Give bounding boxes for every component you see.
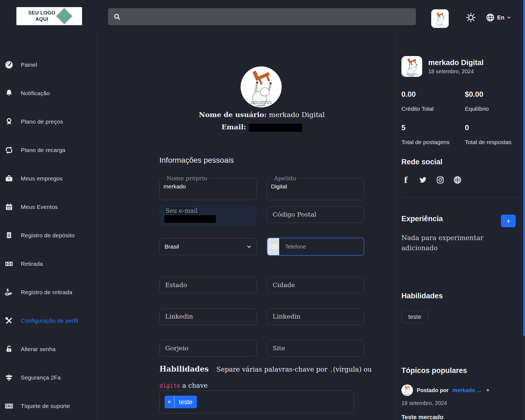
linkedin-input-2[interactable] [267,308,364,325]
last-name-input[interactable] [271,183,360,190]
profile-avatar [241,66,282,107]
tools-icon [4,316,14,325]
sidebar-item-painel[interactable]: Painel [4,59,96,70]
phone-field[interactable]: +55 [267,238,364,256]
search-icon [113,13,121,20]
signpost-icon [4,373,14,382]
unlock-icon [4,345,14,353]
status-dot [487,389,489,391]
cash-icon [4,259,14,269]
form-row-2: Seu e-mail [159,206,364,225]
balance-value: $0.00 [465,90,483,99]
first-name-field[interactable]: Nome próprio [159,175,257,200]
topic-post-title[interactable]: Teste mercado [401,414,444,420]
theme-toggle-button[interactable] [465,12,477,23]
last-name-field[interactable]: Apelido [267,175,364,200]
your-email-redaction [164,215,216,223]
profile-summary-name: merkado Digital [428,59,484,67]
form-row-6 [159,340,364,357]
search-bar[interactable] [108,8,416,25]
skill-tag-label: teste [174,398,197,406]
add-experience-button[interactable]: + [501,215,516,227]
country-value: Brasil [165,243,247,250]
linkedin-input-1[interactable] [159,308,257,325]
first-name-input[interactable] [164,183,253,190]
credit-total-label: Crédito Total [401,106,434,112]
twitter-icon[interactable] [419,176,427,184]
sidebar-item-alterar-senha[interactable]: Alterar senha [4,344,96,355]
email-label: Email: [221,123,246,131]
website-globe-icon[interactable] [453,176,462,184]
search-input[interactable] [124,14,410,20]
scrollbar-thumb[interactable] [523,0,525,336]
skills-tag-input[interactable]: × teste [159,390,354,413]
email-line: Email: [159,123,364,132]
sidebar-item-registro-de-deposito[interactable]: Registro de depósito [4,230,96,241]
your-email-label: Seu e-mail [164,207,199,214]
remove-tag-button[interactable]: × [165,396,174,408]
sidebar-label: Segurança 2Fa [21,374,61,381]
form-row-5 [159,308,364,325]
skills-label: Habilidades [159,365,209,373]
sidebar-item-meus-eventos[interactable]: Meus Eventos [4,202,96,212]
skills-panel-title: Habilidades [401,292,443,300]
postal-code-input[interactable] [267,206,364,223]
sidebar-label: Tíquete de suporte [21,403,70,409]
post-author-avatar [401,384,413,396]
logo-text: SEU LOGO AQUI [28,10,55,23]
topbar: SEU LOGO AQUI [0,0,525,33]
receipt-icon [4,231,14,240]
sidebar-item-meus-empregos[interactable]: Meus empregos [4,173,96,184]
sidebar-item-notificacao[interactable]: Notificação [4,88,96,99]
sidebar-nav: Painel Notificação Plano de preços [0,33,97,420]
social-links: f [401,176,462,184]
twitter-input[interactable] [159,340,257,357]
sidebar-label: Plano de preços [21,118,63,125]
state-input[interactable] [159,277,257,293]
username-label: Nome de usuário: [199,111,267,119]
sidebar-item-retirada[interactable]: Retirada [4,258,96,269]
form-row-1: Nome próprio Apelido [159,175,364,200]
social-title: Rede social [401,158,442,166]
experience-empty-text: Nada para experimentar adicionado [401,233,489,253]
profile-summary-avatar [401,56,422,77]
balance-label: Equilíbrio [465,106,489,112]
page-scrollbar[interactable] [523,0,525,420]
language-code: En [497,14,504,21]
instagram-icon[interactable] [436,176,445,184]
email-redaction [249,124,302,132]
topbar-avatar[interactable] [431,9,449,28]
meme-avatar-icon [432,11,448,27]
logo-diamond-icon [56,8,72,25]
profile-summary-date: 18 setembro, 2024 [428,68,484,75]
sidebar-item-tiquete-de-suporte[interactable]: Tíquete de suporte [4,401,96,412]
site-input[interactable] [267,340,364,357]
phone-country-code: +55 [267,238,279,255]
skills-hint-3: a chave [182,382,208,389]
profile-summary: merkado Digital 18 setembro, 2024 [401,56,484,77]
city-input[interactable] [267,277,364,293]
phone-input[interactable] [279,238,364,255]
meme-avatar-image [241,66,282,107]
posted-by-link[interactable]: merkado ... [453,387,482,393]
your-email-field[interactable]: Seu e-mail [159,206,257,225]
sidebar-label: Plano de recarga [21,147,65,153]
language-selector[interactable]: En [486,12,511,23]
facebook-icon[interactable]: f [401,176,410,184]
calendar-icon [4,203,14,211]
sidebar-item-plano-de-precos[interactable]: Plano de preços [4,116,96,127]
total-posts-label: Total de postagens [401,139,450,145]
sidebar-item-configuracao-de-perfil[interactable]: Configuração de perfil [4,315,96,326]
sidebar-label: Meus Eventos [21,204,58,210]
panel-divider [401,197,520,198]
sidebar-item-seguranca-2fa[interactable]: Segurança 2Fa [4,372,96,383]
total-replies-label: Total de respostas [465,139,511,145]
sidebar-item-plano-de-recarga[interactable]: Plano de recarga [4,145,96,156]
experience-title: Experiência [401,215,443,223]
sidebar-label: Alterar senha [21,346,56,352]
site-logo[interactable]: SEU LOGO AQUI [16,7,82,25]
sidebar-item-registro-de-retirada[interactable]: $ Registro de retirada [4,287,96,298]
profile-sidebar: merkado Digital 18 setembro, 2024 0.00 $… [396,33,523,420]
last-name-label: Apelido [272,175,298,182]
country-select[interactable]: Brasil [159,238,257,255]
